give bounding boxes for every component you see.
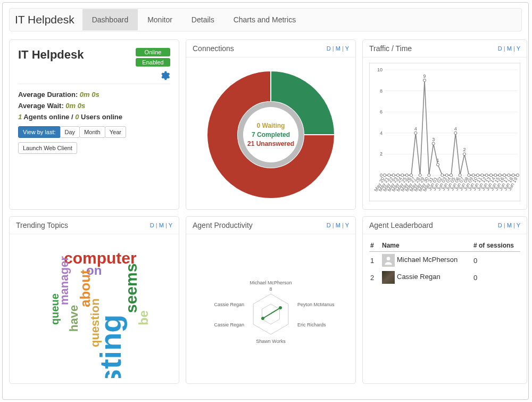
svg-point-47 bbox=[503, 174, 505, 176]
rank: 2 bbox=[369, 269, 381, 286]
productivity-dmy: D | M | Y bbox=[327, 222, 349, 228]
svg-point-43 bbox=[485, 174, 488, 176]
donut-waiting-label: 0 Waiting bbox=[247, 121, 294, 130]
svg-text:4: 4 bbox=[414, 126, 417, 132]
trending-d[interactable]: D bbox=[150, 222, 154, 228]
svg-point-26 bbox=[428, 174, 430, 176]
svg-point-20 bbox=[410, 174, 412, 176]
traffic-d[interactable]: D bbox=[498, 45, 502, 52]
avg-duration-label: Average Duration: bbox=[18, 91, 78, 99]
svg-text:Cassie Regan: Cassie Regan bbox=[214, 302, 244, 307]
connections-y[interactable]: Y bbox=[345, 45, 349, 52]
gear-icon[interactable] bbox=[160, 70, 170, 84]
avg-duration: Average Duration: 0m 0s bbox=[18, 91, 170, 99]
leaderboard-m[interactable]: M bbox=[507, 222, 512, 228]
wordcloud: testingcomputerseemsonaboutquestionmanag… bbox=[16, 240, 172, 378]
panel-trending: Trending Topics D | M | Y testingcompute… bbox=[9, 216, 179, 384]
productivity-m[interactable]: M bbox=[336, 222, 340, 228]
traffic-line-chart: 0246810493142May 20May 21May 22May 23May… bbox=[369, 63, 520, 201]
productivity-title: Agent Productivity bbox=[193, 221, 253, 229]
svg-point-86 bbox=[279, 306, 282, 309]
svg-text:2: 2 bbox=[463, 147, 466, 152]
connections-title: Connections bbox=[193, 44, 234, 53]
divider bbox=[18, 84, 170, 84]
svg-point-29 bbox=[436, 163, 439, 166]
avg-wait-label: Average Wait: bbox=[18, 102, 64, 110]
btn-day[interactable]: Day bbox=[60, 126, 80, 138]
svg-point-41 bbox=[476, 174, 479, 176]
panel-helpdesk: IT Helpdesk Online Enabled Average Durat… bbox=[9, 39, 179, 210]
tab-details[interactable]: Details bbox=[182, 9, 224, 30]
productivity-y[interactable]: Y bbox=[345, 222, 349, 228]
svg-point-21 bbox=[414, 132, 417, 134]
svg-text:8: 8 bbox=[380, 88, 383, 94]
svg-point-44 bbox=[489, 174, 492, 176]
donut-completed-label: 7 Completed bbox=[247, 130, 294, 140]
btn-year[interactable]: Year bbox=[105, 126, 126, 138]
connections-d[interactable]: D bbox=[327, 45, 331, 52]
rank: 1 bbox=[369, 252, 381, 269]
svg-point-31 bbox=[441, 174, 444, 176]
svg-point-40 bbox=[472, 174, 475, 176]
productivity-radar-chart: 8Michael McPhersonPeyton McManusEric Ric… bbox=[193, 240, 349, 378]
donut-center-labels: 0 Waiting 7 Completed 21 Unanswered bbox=[247, 121, 294, 148]
svg-point-27 bbox=[432, 142, 435, 145]
view-by-last-group: View by last:DayMonthYear bbox=[18, 126, 170, 138]
trending-title: Trending Topics bbox=[16, 221, 68, 229]
col-sessions: # of sessions bbox=[472, 240, 520, 252]
productivity-d[interactable]: D bbox=[327, 222, 331, 228]
svg-text:Michael McPherson: Michael McPherson bbox=[250, 280, 292, 285]
svg-point-85 bbox=[261, 317, 264, 320]
leaderboard-d[interactable]: D bbox=[498, 222, 502, 228]
tab-monitor[interactable]: Monitor bbox=[138, 9, 182, 30]
svg-point-37 bbox=[463, 153, 466, 155]
status-badges: Online Enabled bbox=[136, 48, 170, 84]
badge-online: Online bbox=[136, 48, 170, 56]
wordcloud-word: be bbox=[137, 310, 150, 325]
app-window: IT Helpdesk Dashboard Monitor Details Ch… bbox=[2, 2, 529, 400]
table-row: 2 Cassie Regan 0 bbox=[369, 269, 520, 286]
panel-leaderboard: Agent Leaderboard D | M | Y # Name # of … bbox=[362, 216, 527, 384]
panel-connections: Connections D | M | Y 0 Waiting 7 Comple… bbox=[186, 39, 356, 210]
traffic-dmy: D | M | Y bbox=[498, 45, 520, 52]
agents-users-online: 1 Agents online / 0 Users online bbox=[18, 113, 170, 121]
svg-point-42 bbox=[481, 174, 484, 176]
sessions: 0 bbox=[472, 269, 520, 286]
name-cell: Cassie Regan bbox=[381, 269, 472, 286]
connections-donut-chart: 0 Waiting 7 Completed 21 Unanswered bbox=[202, 65, 340, 204]
wordcloud-word: have bbox=[68, 305, 80, 332]
sessions: 0 bbox=[472, 252, 520, 269]
view-by-last-label: View by last: bbox=[18, 126, 61, 138]
svg-point-46 bbox=[498, 174, 501, 176]
btn-month[interactable]: Month bbox=[79, 126, 105, 138]
helpdesk-title: IT Helpdesk bbox=[18, 48, 84, 62]
wordcloud-word: question bbox=[89, 298, 101, 347]
svg-text:Shawn Works: Shawn Works bbox=[256, 339, 286, 344]
users-online-label: Users online bbox=[79, 113, 122, 121]
app-title: IT Helpdesk bbox=[15, 13, 74, 26]
agent-name: Cassie Regan bbox=[397, 273, 440, 281]
svg-text:6: 6 bbox=[380, 109, 383, 114]
agent-name: Michael McPherson bbox=[397, 256, 458, 264]
trending-m[interactable]: M bbox=[159, 222, 164, 228]
leaderboard-y[interactable]: Y bbox=[517, 222, 520, 228]
traffic-y[interactable]: Y bbox=[517, 45, 520, 52]
leaderboard-title: Agent Leaderboard bbox=[369, 221, 433, 229]
svg-text:3: 3 bbox=[432, 137, 435, 142]
traffic-title: Traffic / Time bbox=[369, 44, 412, 53]
connections-dmy: D | M | Y bbox=[327, 45, 349, 52]
badge-enabled: Enabled bbox=[136, 58, 170, 67]
panel-traffic: Traffic / Time D | M | Y 0246810493142Ma… bbox=[362, 39, 527, 210]
launch-web-client-button[interactable]: Launch Web Client bbox=[18, 142, 77, 154]
traffic-m[interactable]: M bbox=[507, 45, 512, 52]
leaderboard-dmy: D | M | Y bbox=[498, 222, 520, 228]
avg-wait: Average Wait: 0m 0s bbox=[18, 102, 170, 110]
connections-m[interactable]: M bbox=[336, 45, 340, 52]
tab-dashboard[interactable]: Dashboard bbox=[82, 9, 138, 30]
avatar-icon bbox=[382, 271, 395, 284]
leaderboard-table: # Name # of sessions 1 Michael McPherson… bbox=[369, 240, 520, 286]
svg-point-23 bbox=[419, 174, 421, 176]
tab-charts-metrics[interactable]: Charts and Metrics bbox=[224, 9, 305, 30]
trending-y[interactable]: Y bbox=[169, 222, 172, 228]
svg-text:Peyton McManus: Peyton McManus bbox=[297, 302, 335, 307]
